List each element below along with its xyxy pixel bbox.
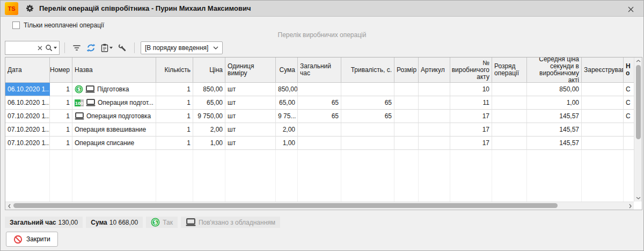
cell-10[interactable] bbox=[419, 123, 450, 137]
cell-9[interactable] bbox=[394, 110, 419, 123]
column-header-0[interactable]: Дата bbox=[5, 58, 50, 83]
cell-6[interactable]: 65,00 bbox=[276, 96, 298, 110]
cell-0[interactable]: 06.10.2020 1... bbox=[5, 96, 50, 110]
table-row[interactable]: 07.10.2020 1...1Операция взвешивание12,0… bbox=[5, 123, 634, 137]
scroll-down-icon[interactable] bbox=[634, 195, 642, 202]
cell-11[interactable]: 10 bbox=[450, 83, 492, 96]
cell-10[interactable] bbox=[419, 137, 450, 150]
cell-9[interactable] bbox=[394, 137, 419, 150]
cell-12[interactable] bbox=[492, 123, 527, 137]
cell-2[interactable]: $Підготовка bbox=[72, 83, 156, 96]
cell-7[interactable]: 65 bbox=[298, 110, 341, 123]
cell-15[interactable]: С bbox=[624, 96, 634, 110]
search-icon[interactable] bbox=[45, 44, 57, 52]
horizontal-scrollbar[interactable] bbox=[5, 202, 634, 210]
cell-9[interactable] bbox=[394, 123, 419, 137]
cell-4[interactable]: 850,00 bbox=[193, 83, 225, 96]
cell-4[interactable]: 1,00 bbox=[193, 137, 225, 150]
cell-12[interactable] bbox=[492, 110, 527, 123]
table-row[interactable]: 07.10.2020 1...1Операция подготовка19 75… bbox=[5, 110, 634, 123]
table-row[interactable]: 06.10.2020 1...1$Підготовка1850,00шт850,… bbox=[5, 83, 634, 96]
column-header-5[interactable]: Одиниця виміру bbox=[225, 58, 276, 83]
cell-8[interactable]: 65 bbox=[341, 96, 394, 110]
column-header-2[interactable]: Назва bbox=[72, 58, 156, 83]
only-unpaid-checkbox[interactable]: Тільки неоплачені операції bbox=[12, 21, 104, 29]
cell-10[interactable] bbox=[419, 110, 450, 123]
column-header-3[interactable]: Кількість bbox=[156, 58, 193, 83]
cell-8[interactable] bbox=[341, 137, 394, 150]
cell-2[interactable]: Операция списание bbox=[72, 137, 156, 150]
cell-7[interactable] bbox=[298, 137, 341, 150]
column-header-15[interactable]: Н о bbox=[624, 58, 634, 83]
cell-13[interactable]: 145,57 bbox=[527, 123, 582, 137]
cell-4[interactable]: 65,00 bbox=[193, 96, 225, 110]
column-header-9[interactable]: Розмір bbox=[394, 58, 419, 83]
cell-0[interactable]: 07.10.2020 1... bbox=[5, 110, 50, 123]
window-close-button[interactable] bbox=[626, 5, 635, 13]
cell-5[interactable]: шт bbox=[225, 123, 276, 137]
column-header-8[interactable]: Тривалість, с. bbox=[341, 58, 394, 83]
cell-4[interactable]: 9 750,00 bbox=[193, 110, 225, 123]
cell-3[interactable]: 1 bbox=[156, 137, 193, 150]
wrench-icon[interactable] bbox=[118, 44, 127, 52]
cell-7[interactable]: 65 bbox=[298, 96, 341, 110]
cell-13[interactable]: 1,00 bbox=[527, 96, 582, 110]
cell-6[interactable]: 2,00 bbox=[276, 123, 298, 137]
cell-5[interactable]: шт bbox=[225, 83, 276, 96]
column-header-11[interactable]: № виробничого акту bbox=[450, 58, 492, 83]
cell-0[interactable]: 07.10.2020 1... bbox=[5, 137, 50, 150]
cell-1[interactable]: 1 bbox=[50, 123, 72, 137]
checkbox-box-icon[interactable] bbox=[12, 21, 20, 29]
cell-6[interactable]: 850,00 bbox=[276, 83, 298, 96]
cell-5[interactable]: шт bbox=[225, 96, 276, 110]
cell-1[interactable]: 1 bbox=[50, 137, 72, 150]
vertical-scrollbar[interactable] bbox=[634, 58, 642, 202]
scroll-up-icon[interactable] bbox=[634, 58, 642, 64]
column-header-14[interactable]: Зареєстрував bbox=[582, 58, 624, 83]
table-row[interactable]: 06.10.2020 1...1100Операция подгот...165… bbox=[5, 96, 634, 110]
column-header-7[interactable]: Загальний час bbox=[298, 58, 341, 83]
cell-1[interactable]: 1 bbox=[50, 83, 72, 96]
cell-12[interactable] bbox=[492, 83, 527, 96]
cell-3[interactable]: 1 bbox=[156, 96, 193, 110]
cell-5[interactable]: шт bbox=[225, 137, 276, 150]
refresh-icon[interactable] bbox=[86, 44, 96, 52]
cell-15[interactable]: С bbox=[624, 83, 634, 96]
cell-3[interactable]: 1 bbox=[156, 123, 193, 137]
cell-13[interactable]: 850,00 bbox=[527, 83, 582, 96]
search-input[interactable] bbox=[8, 44, 35, 52]
cell-2[interactable]: Операция взвешивание bbox=[72, 123, 156, 137]
cell-2[interactable]: Операция подготовка bbox=[72, 110, 156, 123]
cell-14[interactable] bbox=[582, 83, 624, 96]
cell-8[interactable] bbox=[341, 83, 394, 96]
table-row[interactable]: 07.10.2020 1...1Операция списание11,00шт… bbox=[5, 137, 634, 150]
horizontal-scroll-thumb[interactable] bbox=[13, 203, 558, 208]
cell-10[interactable] bbox=[419, 83, 450, 96]
cell-14[interactable] bbox=[582, 137, 624, 150]
column-header-10[interactable]: Артикул bbox=[419, 58, 450, 83]
column-header-4[interactable]: Ціна bbox=[193, 58, 225, 83]
cell-0[interactable]: 07.10.2020 1... bbox=[5, 123, 50, 137]
cell-7[interactable] bbox=[298, 83, 341, 96]
clear-search-icon[interactable] bbox=[37, 45, 43, 51]
cell-7[interactable] bbox=[298, 123, 341, 137]
cell-10[interactable] bbox=[419, 96, 450, 110]
column-header-13[interactable]: Середня ціна секунди в виробничому акті bbox=[527, 58, 582, 83]
cell-11[interactable]: 17 bbox=[450, 137, 492, 150]
cell-5[interactable]: шт bbox=[225, 110, 276, 123]
cell-3[interactable]: 1 bbox=[156, 110, 193, 123]
cell-9[interactable] bbox=[394, 96, 419, 110]
cell-14[interactable] bbox=[582, 123, 624, 137]
vertical-scroll-thumb[interactable] bbox=[636, 65, 641, 139]
cell-3[interactable]: 1 bbox=[156, 83, 193, 96]
order-select[interactable]: [В порядку введення] bbox=[141, 41, 223, 54]
cell-13[interactable]: 145,57 bbox=[527, 110, 582, 123]
cell-11[interactable]: 17 bbox=[450, 110, 492, 123]
cell-13[interactable]: 145,57 bbox=[527, 137, 582, 150]
cell-15[interactable] bbox=[624, 137, 634, 150]
cell-14[interactable] bbox=[582, 110, 624, 123]
cell-15[interactable] bbox=[624, 123, 634, 137]
column-header-1[interactable]: Номер bbox=[50, 58, 72, 83]
filter-icon[interactable] bbox=[72, 44, 81, 52]
cell-11[interactable]: 17 bbox=[450, 123, 492, 137]
